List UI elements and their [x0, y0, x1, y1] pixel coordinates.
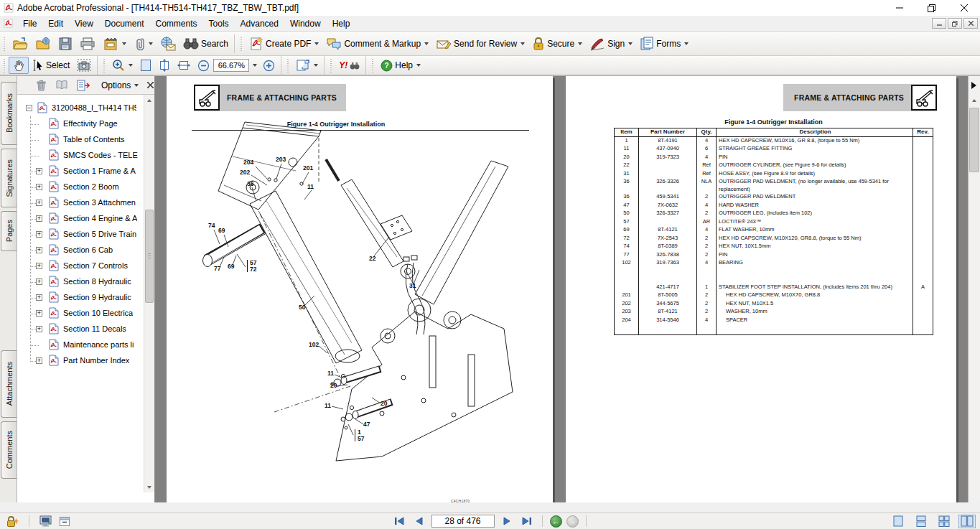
- expander-icon[interactable]: +: [36, 247, 42, 253]
- minimize-button[interactable]: [883, 0, 915, 16]
- doc-minimize-button[interactable]: [932, 18, 946, 29]
- print-button[interactable]: [76, 34, 99, 54]
- first-page-button[interactable]: [391, 515, 407, 528]
- fit-width-button[interactable]: [174, 57, 194, 74]
- scrollbar-thumb[interactable]: [145, 210, 154, 303]
- expander-icon[interactable]: +: [36, 310, 42, 317]
- doc-close-button[interactable]: [963, 18, 978, 29]
- toolbar-grip[interactable]: [103, 57, 106, 73]
- collapse-pane-arrow-icon[interactable]: [971, 82, 976, 89]
- sidebar-tab-comments[interactable]: Comments: [1, 421, 17, 479]
- toolbar-grip[interactable]: [3, 36, 6, 52]
- bookmark-item[interactable]: Effectivity Page: [17, 116, 154, 132]
- bookmarks-options-button[interactable]: Options: [101, 80, 139, 90]
- bookmark-item[interactable]: SMCS Codes - TELE: [17, 148, 154, 164]
- menu-item-help[interactable]: Help: [327, 17, 356, 31]
- next-page-button[interactable]: [499, 515, 515, 528]
- scroll-up-button[interactable]: [144, 95, 154, 106]
- help-button[interactable]: ?Help: [377, 57, 424, 74]
- toolbar-grip[interactable]: [371, 57, 375, 73]
- menu-item-advanced[interactable]: Advanced: [235, 17, 284, 31]
- zoom-level-input[interactable]: [213, 59, 249, 72]
- bookmark-item[interactable]: + Part Number Index: [17, 353, 154, 369]
- attach-button[interactable]: [130, 34, 157, 54]
- toolbar-grip[interactable]: [286, 57, 290, 73]
- sign-button[interactable]: Sign: [586, 34, 636, 54]
- save-button[interactable]: [55, 34, 76, 54]
- bookmarks-vertical-scrollbar[interactable]: [144, 95, 154, 492]
- menu-item-document[interactable]: Document: [99, 17, 150, 31]
- toolbar-grip[interactable]: [3, 57, 6, 73]
- toolbar-grip[interactable]: [330, 57, 333, 73]
- expander-icon[interactable]: +: [36, 357, 42, 364]
- menu-item-window[interactable]: Window: [284, 17, 327, 31]
- zoom-tool-button[interactable]: [108, 57, 136, 74]
- zoom-in-button[interactable]: [259, 57, 279, 74]
- menu-item-comments[interactable]: Comments: [150, 17, 203, 31]
- expander-icon[interactable]: −: [26, 105, 32, 111]
- sidebar-tab-bookmarks[interactable]: Bookmarks: [1, 82, 17, 145]
- next-view-button[interactable]: →: [566, 515, 579, 528]
- document-vertical-scrollbar[interactable]: [968, 76, 980, 502]
- pdf-page-right[interactable]: FRAME & ATTACHING PARTS Figure 1-4 Outri…: [566, 76, 956, 502]
- new-bookmark-icon[interactable]: [77, 80, 90, 91]
- open-web-button[interactable]: [32, 34, 55, 54]
- bookmark-item[interactable]: + Section 9 Hydraulic: [17, 290, 154, 306]
- single-page-layout-button[interactable]: [890, 515, 907, 528]
- email-button[interactable]: [157, 34, 179, 54]
- bookmark-item[interactable]: + Section 8 Hydraulic: [17, 274, 154, 290]
- bookmark-item[interactable]: + Section 3 Attachmen: [17, 195, 154, 211]
- zoom-out-button[interactable]: [194, 57, 213, 74]
- continuous-layout-button[interactable]: [913, 515, 930, 528]
- search-button[interactable]: Search: [179, 34, 232, 54]
- snapshot-tool-button[interactable]: [73, 57, 95, 74]
- menu-item-file[interactable]: File: [17, 17, 42, 31]
- menu-item-tools[interactable]: Tools: [203, 17, 235, 31]
- document-area[interactable]: FRAME & ATTACHING PARTS Figure 1-4 Outri…: [155, 76, 980, 502]
- page-display-button[interactable]: [292, 57, 322, 74]
- bookmark-item[interactable]: + Section 6 Cab: [17, 243, 154, 258]
- expander-icon[interactable]: +: [36, 168, 42, 174]
- zoom-dropdown-button[interactable]: [249, 57, 259, 74]
- bookmark-item[interactable]: + Section 7 Controls: [17, 258, 154, 274]
- scrollbar-thumb[interactable]: [969, 108, 979, 172]
- scroll-down-button[interactable]: [144, 482, 154, 492]
- expand-bookmark-icon[interactable]: [55, 80, 68, 90]
- open-button[interactable]: [9, 34, 32, 54]
- expander-icon[interactable]: +: [36, 278, 42, 285]
- forms-button[interactable]: Forms: [636, 34, 692, 54]
- bookmark-item[interactable]: Maintenance parts li: [17, 337, 154, 353]
- expander-icon[interactable]: +: [36, 200, 42, 206]
- bookmark-item[interactable]: + Section 11 Decals: [17, 322, 154, 337]
- expander-icon[interactable]: +: [36, 294, 42, 301]
- restore-button[interactable]: [915, 0, 948, 16]
- expander-icon[interactable]: +: [36, 231, 42, 238]
- screen-mode-icon[interactable]: [39, 515, 52, 527]
- page-indicator-input[interactable]: [431, 515, 495, 528]
- expander-icon[interactable]: +: [36, 215, 42, 222]
- previous-view-button[interactable]: ←: [550, 515, 562, 528]
- scroll-up-button[interactable]: [969, 95, 980, 106]
- pdf-page-left[interactable]: FRAME & ATTACHING PARTS Figure 1-4 Outri…: [167, 76, 553, 502]
- secure-button[interactable]: Secure: [528, 34, 586, 54]
- continuous-facing-layout-button[interactable]: [935, 515, 953, 528]
- organizer-button[interactable]: [99, 34, 130, 54]
- expander-icon[interactable]: +: [36, 184, 42, 190]
- actual-size-button[interactable]: [136, 57, 155, 74]
- send-for-review-button[interactable]: Send for Review: [432, 34, 528, 54]
- sidebar-tab-pages[interactable]: Pages: [1, 211, 17, 251]
- close-panel-button[interactable]: [147, 82, 154, 88]
- menu-item-view[interactable]: View: [69, 17, 99, 31]
- delete-bookmark-icon[interactable]: [36, 80, 47, 91]
- bookmark-item[interactable]: + Section 4 Engine & A: [17, 211, 154, 227]
- window-options-icon[interactable]: [59, 516, 70, 527]
- hand-tool-button[interactable]: [9, 57, 29, 74]
- create-pdf-button[interactable]: Create PDF: [246, 34, 322, 54]
- menu-item-edit[interactable]: Edit: [42, 17, 69, 31]
- expander-icon[interactable]: +: [36, 263, 42, 269]
- close-button[interactable]: [948, 0, 980, 16]
- comment-markup-button[interactable]: Comment & Markup: [322, 34, 432, 54]
- previous-page-button[interactable]: [411, 515, 427, 528]
- bookmark-item[interactable]: + Section 1 Frame & A: [17, 164, 154, 179]
- bookmark-item[interactable]: − 31200488_I_TH414 TH5: [17, 100, 154, 116]
